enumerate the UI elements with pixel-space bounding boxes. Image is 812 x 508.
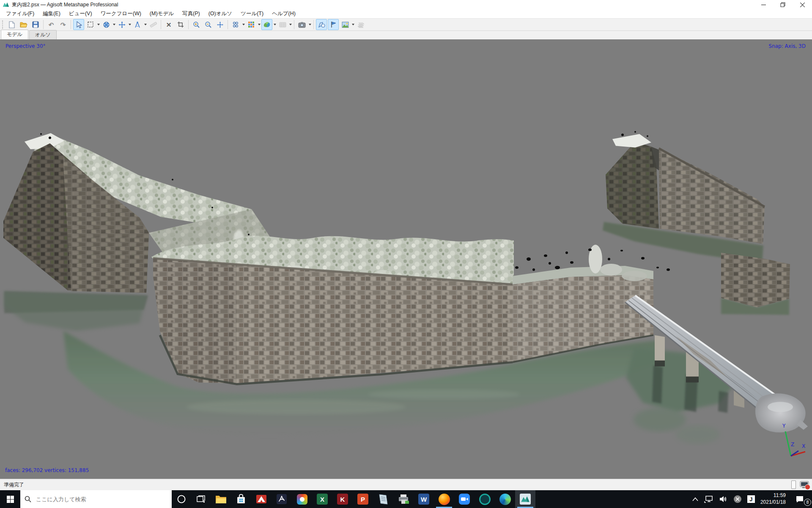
zoom-icon xyxy=(459,494,470,505)
app-k-office[interactable]: K xyxy=(332,490,353,508)
console-alert-dot xyxy=(805,484,810,490)
taskbar-clock[interactable]: 11:59 2021/01/18 xyxy=(760,492,786,505)
zoom-out-button[interactable] xyxy=(203,19,214,30)
show-shapes-button[interactable] xyxy=(316,19,327,30)
toolbar-grip[interactable] xyxy=(2,20,4,29)
menu-view[interactable]: ビュー(V) xyxy=(65,9,96,18)
app-excel[interactable]: X xyxy=(312,490,332,508)
metashape-logo-icon xyxy=(3,1,9,8)
status-bar: 準備完了 xyxy=(0,479,812,490)
resize-region-button[interactable] xyxy=(175,19,186,30)
model-shaded-button[interactable] xyxy=(261,19,272,30)
reset-view-button[interactable] xyxy=(214,19,225,30)
menu-model[interactable]: (M)モデル xyxy=(145,9,178,18)
edge-icon xyxy=(499,494,511,505)
dem-dropdown[interactable] xyxy=(288,19,292,30)
app-acrobat-reader[interactable] xyxy=(272,490,292,508)
rect-selection-dropdown[interactable] xyxy=(96,19,100,30)
toolbar-separator xyxy=(43,20,44,29)
tiled-model-button[interactable] xyxy=(246,19,257,30)
menu-edit[interactable]: 編集(E) xyxy=(38,9,65,18)
open-button[interactable] xyxy=(18,19,29,30)
capture-photo-button[interactable] xyxy=(296,19,307,30)
point-cloud-dropdown[interactable] xyxy=(241,19,245,30)
hidden-icons-button[interactable] xyxy=(689,490,701,508)
new-project-button[interactable] xyxy=(6,19,17,30)
show-images-dropdown[interactable] xyxy=(351,19,355,30)
app-zoom[interactable] xyxy=(454,490,475,508)
sync-offline-button[interactable] xyxy=(731,490,744,508)
start-button[interactable] xyxy=(0,490,20,508)
select-arrow-button[interactable] xyxy=(73,19,84,30)
show-markers-icon xyxy=(330,21,336,28)
network-button[interactable] xyxy=(701,490,716,508)
menu-bar: ファイル(F) 編集(E) ビュー(V) ワークフロー(W) (M)モデル 写真… xyxy=(0,9,812,18)
app-explorer[interactable] xyxy=(211,490,231,508)
close-button[interactable] xyxy=(793,0,812,9)
rotate-object-button[interactable] xyxy=(132,19,143,30)
rect-selection-button[interactable] xyxy=(85,19,96,30)
show-markers-button[interactable] xyxy=(328,19,339,30)
menu-ortho[interactable]: (O)オルソ xyxy=(204,9,236,18)
point-cloud-button[interactable] xyxy=(230,19,241,30)
word-icon: W xyxy=(418,494,429,505)
model-viewport[interactable]: Perspective 30° Snap: Axis, 3D faces: 29… xyxy=(0,39,812,479)
rotate-object-dropdown[interactable] xyxy=(143,19,147,30)
chevron-up-icon xyxy=(692,497,698,501)
show-images-button[interactable] xyxy=(340,19,351,30)
app-word[interactable]: W xyxy=(414,490,434,508)
task-view-button[interactable] xyxy=(191,490,211,508)
minimize-button[interactable] xyxy=(754,0,773,9)
tab-ortho[interactable]: オルソ xyxy=(29,30,57,39)
show-labels-button[interactable] xyxy=(355,19,366,30)
menu-help[interactable]: ヘルプ(H) xyxy=(268,9,300,18)
delete-button[interactable]: ✕ xyxy=(163,19,174,30)
clock-time: 11:59 xyxy=(760,492,786,499)
excel-icon: X xyxy=(317,494,328,505)
taskbar-search[interactable] xyxy=(20,490,172,508)
app-creative-cloud[interactable] xyxy=(292,490,312,508)
search-icon xyxy=(25,496,31,502)
model-shaded-dropdown[interactable] xyxy=(273,19,277,30)
dem-button[interactable] xyxy=(277,19,288,30)
menu-file[interactable]: ファイル(F) xyxy=(2,9,38,18)
redo-button[interactable]: ↷ xyxy=(58,19,69,30)
restore-button[interactable] xyxy=(773,0,793,9)
restore-icon xyxy=(780,2,785,7)
app-printer-utility[interactable] xyxy=(393,490,414,508)
navigation-dropdown[interactable] xyxy=(112,19,116,30)
ruler-button[interactable] xyxy=(148,19,159,30)
app-metashape[interactable] xyxy=(515,490,535,508)
app-firefox[interactable] xyxy=(434,490,454,508)
tiled-model-dropdown[interactable] xyxy=(257,19,261,30)
tab-model[interactable]: モデル xyxy=(1,30,28,39)
panel-handle[interactable] xyxy=(791,480,796,489)
console-button[interactable] xyxy=(799,480,809,489)
app-adobe[interactable] xyxy=(251,490,272,508)
menu-photo[interactable]: 写真(P) xyxy=(178,9,204,18)
powerpoint-icon: P xyxy=(357,494,368,505)
undo-button[interactable]: ↶ xyxy=(46,19,57,30)
search-input[interactable] xyxy=(35,496,167,503)
move-object-button[interactable] xyxy=(116,19,127,30)
menu-tools[interactable]: ツール(T) xyxy=(236,9,268,18)
cortana-button[interactable] xyxy=(172,490,191,508)
zoom-in-button[interactable] xyxy=(191,19,202,30)
save-button[interactable] xyxy=(30,19,41,30)
move-object-dropdown[interactable] xyxy=(128,19,132,30)
app-text-editor[interactable] xyxy=(373,490,393,508)
app-meeting[interactable] xyxy=(475,490,495,508)
volume-button[interactable] xyxy=(716,490,731,508)
tray-app-j-button[interactable]: J xyxy=(744,490,758,508)
capture-photo-dropdown[interactable] xyxy=(308,19,312,30)
app-powerpoint[interactable]: P xyxy=(353,490,373,508)
navigation-button[interactable] xyxy=(101,19,112,30)
app-edge[interactable] xyxy=(495,490,515,508)
network-icon xyxy=(704,495,713,503)
menu-workflow[interactable]: ワークフロー(W) xyxy=(96,9,145,18)
view-tabs: モデル オルソ xyxy=(0,31,812,39)
snap-label: Snap: Axis, 3D xyxy=(769,43,806,49)
app-store[interactable] xyxy=(231,490,251,508)
action-center-button[interactable]: 8 xyxy=(788,490,811,508)
move-object-icon xyxy=(118,21,126,28)
